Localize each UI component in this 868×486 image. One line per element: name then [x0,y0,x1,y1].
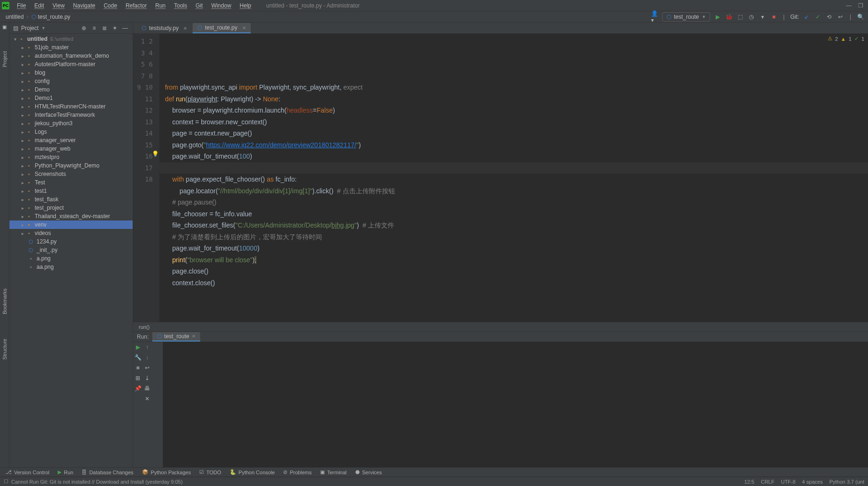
tree-root[interactable]: ▾▪ untitled E:\untitled [9,35,133,43]
layout-icon[interactable]: ⊞ [135,375,140,381]
soft-wrap-icon[interactable]: ↩ [145,364,150,371]
menu-edit[interactable]: Edit [30,1,48,10]
tool-services[interactable]: ⬣Services [355,469,382,475]
status-encoding[interactable]: UTF-8 [781,479,795,485]
down-icon[interactable]: ↓ [146,354,149,361]
tree-folder[interactable]: ▸▪jiekou_python3 [9,119,133,128]
tree-folder[interactable]: ▸▪Thailand_xsteach_dev-master [9,212,133,220]
status-interpreter[interactable]: Python 3.7 (unt [829,479,864,485]
stop-icon[interactable]: ■ [136,364,139,371]
project-panel-title[interactable]: Project [21,25,38,31]
breadcrumbs-bar[interactable]: run() [133,322,868,331]
stop-icon[interactable]: ■ [770,13,778,21]
tool-problems[interactable]: ⊘Problems [283,469,311,475]
pin-icon[interactable]: 📌 [135,385,142,392]
run-button-icon[interactable]: ▶ [714,13,721,21]
project-tool-icon[interactable]: ▣ [2,24,7,30]
status-message[interactable]: Cannot Run Git: Git is not installed // … [11,479,183,485]
menu-help[interactable]: Help [236,1,255,10]
tool-python-console[interactable]: 🐍Python Console [230,469,275,475]
clear-icon[interactable]: ✕ [145,395,150,402]
tree-file[interactable]: ▫aa.png [9,263,133,271]
close-icon[interactable]: ✕ [192,334,195,339]
code-area[interactable]: from playwright.sync_api import Playwrig… [159,34,868,322]
intention-bulb-icon[interactable]: 💡 [152,151,159,157]
search-everywhere-icon[interactable]: 🔍 [857,13,864,21]
status-indent[interactable]: 4 spaces [802,479,823,485]
tree-folder[interactable]: ▸▪manager_web [9,144,133,153]
tool-version-control[interactable]: ⎇Version Control [6,469,49,475]
inspections-widget[interactable]: ⚠2 ▲1 ✓1 [828,36,864,42]
modify-run-icon[interactable]: 🔧 [135,354,142,361]
tool-db-changes[interactable]: 🗄Database Changes [82,470,133,475]
more-run-icon[interactable]: ▾ [759,13,766,21]
tree-folder[interactable]: ▸▪config [9,77,133,85]
tree-file[interactable]: ▫a.png [9,254,133,263]
tree-folder[interactable]: ▸▪manager_server [9,136,133,144]
coverage-icon[interactable]: ⬚ [736,13,744,21]
run-configuration-selector[interactable]: ⬡ test_route ▼ [662,12,710,22]
rail-bookmarks[interactable]: Bookmarks [2,286,7,317]
tree-folder[interactable]: ▸▪Demo1 [9,94,133,102]
project-tree[interactable]: ▾▪ untitled E:\untitled ▸▪51job_master▸▪… [9,34,133,467]
tool-todo[interactable]: ☑TODO [199,469,221,475]
debug-button-icon[interactable]: 🐞 [725,13,733,21]
run-console-output[interactable] [163,342,868,467]
status-tips-icon[interactable]: ☐ [4,478,8,485]
close-icon[interactable]: ✕ [183,26,187,31]
tree-folder[interactable]: ▸▪test_flask [9,195,133,204]
menu-view[interactable]: View [49,1,68,10]
tab-test-route[interactable]: ⬡ test_route.py ✕ [193,23,250,33]
rail-project[interactable]: Project [2,48,7,70]
status-caret-position[interactable]: 12:5 [744,479,754,485]
maximize-icon[interactable]: ❐ [858,2,863,9]
select-opened-file-icon[interactable]: ⊕ [80,25,88,31]
git-commit-icon[interactable]: ✓ [814,13,822,21]
run-tab[interactable]: ⬡ test_route ✕ [152,332,200,342]
git-rollback-icon[interactable]: ↩ [837,13,844,21]
tree-folder[interactable]: ▸▪InterfaceTestFramework [9,111,133,119]
tree-videos[interactable]: ▸▪ videos [9,229,133,237]
tree-folder[interactable]: ▸▪Test [9,178,133,187]
up-icon[interactable]: ↑ [146,344,149,350]
rail-structure[interactable]: Structure [2,336,7,363]
menu-code[interactable]: Code [100,1,121,10]
chevron-down-icon[interactable]: ▼ [41,26,45,30]
scroll-to-end-icon[interactable]: ⤓ [145,375,150,381]
tool-terminal[interactable]: ▣Terminal [320,469,347,475]
menu-file[interactable]: File [13,1,30,10]
user-icon[interactable]: 👤▾ [651,13,658,21]
minimize-icon[interactable]: — [846,2,852,9]
code-breadcrumb[interactable]: run() [139,324,150,330]
close-icon[interactable]: ✕ [242,25,246,30]
menu-refactor[interactable]: Refactor [122,1,150,10]
menu-git[interactable]: Git [192,1,206,10]
expand-all-icon[interactable]: ≡ [90,25,98,31]
tree-folder[interactable]: ▸▪HTMLTestRunnerCN-master [9,102,133,111]
tree-folder[interactable]: ▸▪test_project [9,204,133,212]
rerun-icon[interactable]: ▶ [136,344,140,350]
print-icon[interactable]: 🖶 [144,385,150,392]
profile-icon[interactable]: ◷ [748,13,755,21]
tree-folder[interactable]: ▸▪automation_framework_demo [9,52,133,60]
collapse-all-icon[interactable]: ≣ [101,25,108,31]
tree-folder[interactable]: ▸▪test1 [9,187,133,195]
tree-folder[interactable]: ▸▪AutotestPlatform-master [9,60,133,68]
tree-folder[interactable]: ▸▪Demo [9,85,133,94]
tree-venv[interactable]: ▸▪ venv [9,220,133,229]
menu-run[interactable]: Run [151,1,169,10]
tree-folder[interactable]: ▸▪51job_master [9,43,133,52]
hide-icon[interactable]: — [121,25,129,31]
tree-folder[interactable]: ▸▪blog [9,68,133,77]
breadcrumb-file[interactable]: ⬡ test_route.py [30,14,72,20]
tool-python-packages[interactable]: 📦Python Packages [142,469,191,475]
tree-file[interactable]: ⬡1234.py [9,237,133,246]
tree-folder[interactable]: ▸▪Logs [9,128,133,136]
tool-run[interactable]: ▶Run [58,469,73,475]
git-history-icon[interactable]: ⟲ [825,13,833,21]
code-editor[interactable]: 1 2 3 4 5 6 7 8 9 10 11 12 13 14 15 16 1… [133,34,868,322]
tree-file[interactable]: ⬡_init_.py [9,246,133,254]
tree-folder[interactable]: ▸▪mztestpro [9,153,133,161]
breadcrumb-root[interactable]: untitled [4,14,26,20]
tab-teststudy[interactable]: ⬡ teststudy.py ✕ [137,23,192,33]
